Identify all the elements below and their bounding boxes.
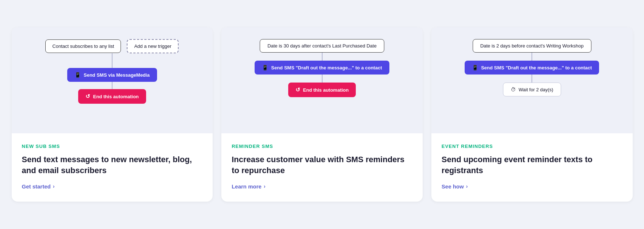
chevron-icon-3: ›	[466, 183, 468, 189]
trigger-node-1: Contact subscribes to any list	[45, 39, 121, 53]
card-content-3: EVENT REMINDERS Send upcoming event remi…	[431, 133, 633, 201]
card-link-2[interactable]: Learn more ›	[232, 183, 265, 190]
card-title-2: Increase customer value with SMS reminde…	[232, 154, 412, 176]
card-reminder-sms: Date is 30 days after contact's Last Pur…	[221, 27, 423, 201]
clock-icon: ⏱	[511, 87, 516, 92]
cards-container: Contact subscribes to any list Add a new…	[12, 27, 633, 201]
chevron-icon-1: ›	[53, 183, 55, 189]
connector-1	[112, 82, 113, 89]
trigger-node-2: Add a new trigger	[127, 39, 179, 53]
diagram-single-3: Date is 2 days before contact's Writing …	[440, 39, 624, 96]
trigger-row: Contact subscribes to any list Add a new…	[20, 39, 204, 53]
end-node-1: ↺ End this automation	[78, 89, 146, 104]
card-tag-3: EVENT REMINDERS	[442, 144, 622, 149]
connector-3b	[531, 75, 532, 83]
card-content-1: NEW SUB SMS Send text messages to new ne…	[12, 133, 213, 201]
card-diagram-1: Contact subscribes to any list Add a new…	[12, 27, 213, 133]
card-diagram-2: Date is 30 days after contact's Last Pur…	[221, 27, 423, 133]
sms-icon-2: 📱	[262, 65, 268, 70]
sms-node-3: 📱 Send SMS "Draft out the message..." to…	[465, 61, 599, 75]
sms-icon-3: 📱	[472, 65, 478, 70]
end-node-2: ↺ End this automation	[288, 83, 356, 97]
card-event-reminders: Date is 2 days before contact's Writing …	[431, 27, 633, 201]
trigger-node-3: Date is 30 days after contact's Last Pur…	[260, 39, 384, 53]
sms-node-2: 📱 Send SMS "Draft out the message..." to…	[255, 61, 389, 75]
end-icon-1: ↺	[85, 93, 90, 100]
sms-node-1: 📱 Send SMS via MessageMedia	[67, 68, 157, 82]
trigger-node-4: Date is 2 days before contact's Writing …	[473, 39, 591, 53]
fork-mid-line	[112, 61, 113, 68]
card-link-1[interactable]: Get started ›	[22, 183, 55, 190]
end-icon-2: ↺	[296, 87, 300, 93]
card-diagram-3: Date is 2 days before contact's Writing …	[431, 27, 633, 133]
card-title-1: Send text messages to new newsletter, bl…	[22, 154, 203, 176]
connector-2a	[322, 53, 323, 61]
card-title-3: Send upcoming event reminder texts to re…	[442, 154, 622, 176]
connector-2b	[322, 75, 323, 83]
card-link-3[interactable]: See how ›	[442, 183, 468, 190]
connector-3a	[531, 53, 532, 61]
card-tag-2: REMINDER SMS	[232, 144, 412, 149]
wait-node: ⏱ Wait for 2 day(s)	[503, 83, 561, 96]
fork-top-line	[112, 53, 113, 61]
card-content-2: REMINDER SMS Increase customer value wit…	[221, 133, 423, 201]
fork-area	[76, 53, 149, 68]
chevron-icon-2: ›	[264, 183, 266, 189]
sms-icon-1: 📱	[75, 72, 81, 78]
card-new-sub-sms: Contact subscribes to any list Add a new…	[12, 27, 213, 201]
diagram-single-2: Date is 30 days after contact's Last Pur…	[230, 39, 414, 97]
card-tag-1: NEW SUB SMS	[22, 144, 203, 149]
